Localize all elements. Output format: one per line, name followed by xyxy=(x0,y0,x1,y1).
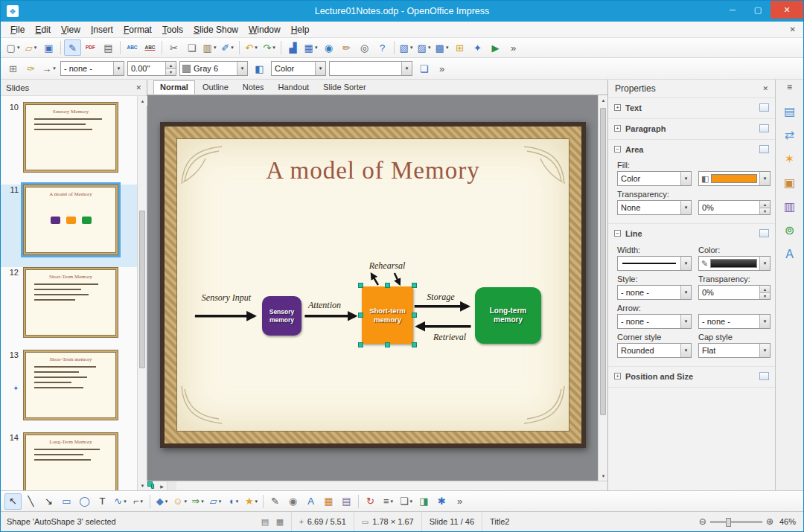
paragraph-dialog-icon[interactable] xyxy=(759,124,769,132)
flowchart-icon-dropdown[interactable]: ▾ xyxy=(219,499,222,504)
scroll-up-icon[interactable]: ▲ xyxy=(138,96,147,106)
scrollbar-track[interactable] xyxy=(138,106,147,481)
export-pdf-icon[interactable]: PDF xyxy=(82,39,99,56)
toolbar-overflow-icon[interactable]: » xyxy=(505,39,522,56)
slide-thumbnail-10[interactable]: 10Sensory Memory xyxy=(1,102,137,185)
label-rehearsal[interactable]: Rehearsal xyxy=(369,260,406,272)
ellipse-icon[interactable]: ◯ xyxy=(76,493,93,510)
curve-icon[interactable]: ∿▾ xyxy=(112,493,129,510)
connector-icon[interactable]: ⌐▾ xyxy=(130,493,147,510)
slide-design-icon[interactable]: ▩▾ xyxy=(433,39,450,56)
possize-dialog-icon[interactable] xyxy=(759,372,769,380)
slides-panel-close-icon[interactable]: ✕ xyxy=(135,84,141,92)
cap-style-select[interactable]: Flat ▾ xyxy=(698,343,770,358)
new-document-icon[interactable]: ▢▾ xyxy=(4,39,22,56)
title-bar[interactable]: ❖ Lecture01Notes.odp - OpenOffice Impres… xyxy=(1,1,803,22)
selection-handle[interactable] xyxy=(358,283,363,288)
thumbnail-image[interactable]: Long-Term Memory xyxy=(23,432,118,490)
arrow-begin-select[interactable]: - none - ▾ xyxy=(617,314,692,329)
rotate-icon[interactable]: ↻ xyxy=(362,493,379,510)
menu-edit[interactable]: Edit xyxy=(30,22,56,37)
section-paragraph-header[interactable]: + Paragraph xyxy=(614,120,769,137)
properties-tab-icon[interactable]: ▤ xyxy=(779,102,800,121)
arrow-line-icon[interactable]: ↘ xyxy=(40,493,57,510)
line-transparency-input[interactable]: 0% ▴▾ xyxy=(698,285,770,300)
expand-icon[interactable]: + xyxy=(614,373,621,379)
glue-points-icon[interactable]: ◉ xyxy=(284,493,302,510)
align-icon-dropdown[interactable]: ▾ xyxy=(391,499,394,504)
toolbar-overflow-icon[interactable]: » xyxy=(451,493,468,510)
text-dialog-icon[interactable] xyxy=(759,103,769,112)
paste-icon-dropdown[interactable]: ▾ xyxy=(214,45,217,51)
thumbnail-image[interactable]: Short-Term Memory xyxy=(23,267,118,338)
collapse-icon[interactable]: − xyxy=(614,230,621,237)
expand-icon[interactable]: + xyxy=(614,125,621,132)
chevron-down-icon[interactable]: ▾ xyxy=(680,286,691,299)
tab-slide-sorter[interactable]: Slide Sorter xyxy=(316,80,372,94)
scrollbar-track[interactable] xyxy=(147,481,153,487)
slides-scrollbar[interactable]: ▲ ▼ xyxy=(137,96,147,490)
flowchart-icon[interactable]: ▱▾ xyxy=(207,493,224,510)
selection-handle[interactable] xyxy=(412,283,417,288)
connector-icon-dropdown[interactable]: ▾ xyxy=(141,499,144,504)
selection-handle[interactable] xyxy=(358,342,363,347)
insert-picture-icon[interactable]: ▦ xyxy=(320,493,337,510)
table-icon-dropdown[interactable]: ▾ xyxy=(315,45,318,51)
chevron-down-icon[interactable]: ▾ xyxy=(401,62,412,75)
chevron-down-icon[interactable]: ▾ xyxy=(680,201,691,214)
arrow-style-icon[interactable]: →▾ xyxy=(40,60,57,77)
selection-handle[interactable] xyxy=(412,342,417,347)
chevron-down-icon[interactable]: ▾ xyxy=(680,315,691,328)
chevron-down-icon[interactable]: ▾ xyxy=(315,62,325,75)
block-arrows-icon-dropdown[interactable]: ▾ xyxy=(201,499,204,504)
collapse-icon[interactable]: − xyxy=(614,146,621,153)
navigator-icon[interactable]: ✦ xyxy=(469,39,486,56)
redo-icon[interactable]: ↷▾ xyxy=(261,39,278,56)
line-style-panel-select[interactable]: - none - ▾ xyxy=(617,285,692,300)
toolbar-overflow-icon[interactable]: » xyxy=(433,60,450,77)
scrollbar-thumb[interactable] xyxy=(600,108,606,415)
slide-thumbnail-13[interactable]: 13✦Short-Term memory xyxy=(1,350,137,432)
chevron-down-icon[interactable]: ▾ xyxy=(113,62,124,75)
arrange-icon-dropdown[interactable]: ▾ xyxy=(410,499,413,504)
scrollbar-thumb[interactable] xyxy=(151,484,154,489)
master-pages-tab-icon[interactable]: ▥ xyxy=(779,197,800,217)
selection-handle[interactable] xyxy=(358,313,363,318)
stars-icon-dropdown[interactable]: ▾ xyxy=(255,499,258,504)
redo-icon-dropdown[interactable]: ▾ xyxy=(272,45,275,51)
undo-icon-dropdown[interactable]: ▾ xyxy=(255,45,258,51)
copy-icon[interactable]: ❏ xyxy=(183,39,200,56)
vertical-scrollbar[interactable]: ▲ ▼ xyxy=(598,95,607,481)
gallery-tab-icon[interactable]: ▣ xyxy=(779,173,800,193)
save-icon[interactable]: ▣ xyxy=(40,39,57,56)
spinner-buttons[interactable]: ▴▾ xyxy=(165,62,176,75)
fill-type-select[interactable]: Color ▾ xyxy=(617,171,692,186)
menu-view[interactable]: View xyxy=(56,22,86,37)
chevron-down-icon[interactable]: ▾ xyxy=(680,257,691,270)
slide-view-icon[interactable]: ▤ xyxy=(258,515,272,528)
arrow-end-select[interactable]: - none - ▾ xyxy=(698,314,770,329)
align-icon[interactable]: ≡▾ xyxy=(380,493,397,510)
fill-color-picker[interactable]: ◧ ▾ xyxy=(698,171,770,186)
new-slide-icon-dropdown[interactable]: ▾ xyxy=(410,45,413,51)
chevron-down-icon[interactable]: ▾ xyxy=(759,344,770,357)
area-dialog-icon[interactable]: ◧ xyxy=(251,60,268,77)
corner-style-select[interactable]: Rounded ▾ xyxy=(617,343,692,358)
zoom-out-icon[interactable]: ⊖ xyxy=(699,516,706,527)
spellcheck-icon[interactable]: ABC xyxy=(124,39,141,56)
modified-status-icon[interactable]: ▦ xyxy=(273,515,287,528)
edit-file-icon[interactable]: ✎ xyxy=(64,39,81,56)
callouts-icon[interactable]: ◖▾ xyxy=(225,493,242,510)
menu-slide-show[interactable]: Slide Show xyxy=(188,22,243,37)
format-paintbrush-icon[interactable]: ✐▾ xyxy=(219,39,236,56)
tab-outline[interactable]: Outline xyxy=(196,80,235,94)
label-retrieval[interactable]: Retrieval xyxy=(433,332,466,343)
transparency-value-input[interactable]: 0% ▴▾ xyxy=(698,200,770,215)
arrange-icon[interactable]: ❏▾ xyxy=(398,493,415,510)
close-document-icon[interactable]: ✕ xyxy=(790,25,796,33)
chevron-down-icon[interactable]: ▾ xyxy=(759,257,770,270)
zoom-percent[interactable]: 46% xyxy=(773,517,803,526)
spinner-buttons[interactable]: ▴▾ xyxy=(759,201,770,214)
line-color-select[interactable]: Gray 6 ▾ xyxy=(179,61,248,76)
shadow-icon[interactable]: ❏ xyxy=(415,60,433,77)
